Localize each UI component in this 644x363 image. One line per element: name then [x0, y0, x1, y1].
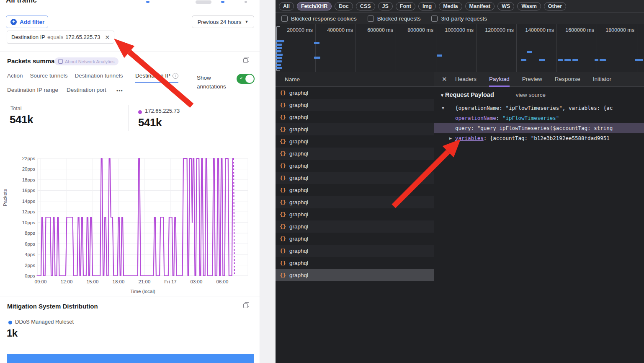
summary-tab-destination-ip[interactable]: Destination IP i [135, 73, 178, 83]
summary-tab[interactable]: Destination tunnels [75, 73, 123, 82]
remove-filter-icon[interactable]: ✕ [105, 34, 110, 41]
detail-tab[interactable]: Response [555, 72, 580, 87]
show-annotations-toggle[interactable]: ✓ [237, 74, 255, 84]
summary-tab[interactable]: Source tunnels [30, 73, 68, 82]
detail-tab[interactable]: Preview [522, 72, 542, 87]
request-row[interactable]: {} graphql [276, 208, 434, 220]
json-braces-icon: {} [280, 102, 286, 108]
option-checkbox[interactable]: Blocked response cookies [281, 16, 357, 22]
triangle-down-icon[interactable]: ▼ [442, 103, 444, 113]
filter-pill[interactable]: Wasm [517, 2, 541, 10]
filter-value: 172.65.225.73 [65, 34, 100, 40]
request-row[interactable]: {} graphql [276, 160, 434, 172]
close-icon[interactable]: ✕ [442, 75, 447, 83]
packets-line-chart[interactable]: 0pps2pps4pps6pps8pps10pps12pps14pps16pps… [0, 151, 260, 293]
request-name: graphql [289, 175, 308, 181]
request-name: graphql [289, 138, 308, 145]
timeline-request-bar [276, 57, 282, 59]
checkbox-icon[interactable] [368, 16, 374, 22]
payload-row[interactable]: query: "query ipFlowTimeseries($accountT… [434, 123, 644, 133]
option-checkbox[interactable]: 3rd-party requests [431, 16, 487, 22]
timeline-request-bar [314, 42, 319, 44]
request-name: graphql [289, 102, 308, 108]
request-row[interactable]: {} graphql [276, 257, 434, 269]
filter-pill[interactable]: Manifest [465, 2, 495, 10]
request-row[interactable]: {} graphql [276, 172, 434, 184]
chevron-down-icon: ▼ [245, 20, 248, 24]
summary-tab[interactable]: Destination IP range [7, 87, 58, 96]
request-row[interactable]: {} graphql [276, 148, 434, 160]
filter-pill[interactable]: Doc [335, 2, 353, 10]
filter-pill[interactable]: Img [418, 2, 436, 10]
name-column-header[interactable]: Name [276, 72, 434, 87]
timeline-request-bar [276, 40, 284, 42]
request-row[interactable]: {} graphql [276, 87, 434, 99]
filter-chip[interactable]: Destination IP equals 172.65.225.73 ✕ [7, 31, 114, 44]
divider [0, 296, 260, 296]
timeline-gridline [516, 24, 517, 72]
more-tabs-button[interactable]: ••• [116, 88, 123, 97]
about-network-analytics-badge[interactable]: About Network Analytics [54, 57, 118, 65]
filter-pill[interactable]: Fetch/XHR [297, 2, 332, 10]
summary-tab[interactable]: Destination port [67, 87, 106, 96]
timeline-request-bar [521, 59, 526, 61]
divider [128, 105, 129, 131]
detail-tab[interactable]: Headers [455, 72, 477, 87]
checkbox-icon[interactable] [281, 16, 288, 22]
svg-text:6pps: 6pps [25, 241, 35, 246]
view-source-link[interactable]: view source [516, 92, 546, 98]
svg-text:15:00: 15:00 [87, 279, 99, 284]
svg-text:10pps: 10pps [22, 220, 36, 225]
svg-text:18:00: 18:00 [113, 279, 125, 284]
request-row[interactable]: {} graphql [276, 220, 434, 233]
payload-text: : [496, 115, 502, 121]
book-icon [58, 59, 63, 64]
request-row[interactable]: {} graphql [276, 269, 434, 281]
payload-row[interactable]: ▼{operationName: "ipFlowTimeseries", var… [434, 103, 644, 113]
timeline-label: 200000 ms [287, 27, 313, 33]
network-overview-timeline[interactable]: 200000 ms400000 ms600000 ms800000 ms1000… [276, 24, 644, 73]
option-checkbox[interactable]: Blocked requests [368, 16, 421, 22]
filter-pill[interactable]: WS [497, 2, 514, 10]
request-row[interactable]: {} graphql [276, 99, 434, 111]
payload-text: "ipFlowTimeseries" [502, 115, 559, 121]
payload-row[interactable]: ▶variables: {accountTag: "b12e3b2192ee55… [434, 133, 644, 143]
summary-tab[interactable]: Action [7, 73, 23, 82]
request-row[interactable]: {} graphql [276, 111, 434, 123]
svg-text:18pps: 18pps [22, 177, 36, 182]
triangle-right-icon[interactable]: ▶ [449, 133, 452, 143]
timeline-gridline [556, 24, 557, 72]
payload-row[interactable]: operationName: "ipFlowTimeseries" [434, 113, 644, 123]
detail-tab[interactable]: Initiator [593, 72, 611, 87]
filter-pill[interactable]: All [279, 2, 294, 10]
filter-pill[interactable]: JS [378, 2, 393, 10]
popout-icon[interactable] [243, 302, 249, 308]
payload-text: query [455, 125, 471, 131]
timeline-request-bar [276, 50, 281, 52]
request-row[interactable]: {} graphql [276, 245, 434, 257]
page-gutter [260, 0, 276, 363]
json-braces-icon: {} [280, 248, 286, 254]
request-row[interactable]: {} graphql [276, 233, 434, 245]
request-row[interactable]: {} graphql [276, 196, 434, 208]
payload-text: {operationName: "ipFlowTimeseries", vari… [455, 105, 613, 111]
request-row[interactable]: {} graphql [276, 184, 434, 196]
json-braces-icon: {} [280, 187, 286, 193]
request-payload-section[interactable]: ▼Request Payload [440, 91, 494, 98]
timeline-request-bar [635, 59, 643, 61]
popout-icon[interactable] [243, 57, 249, 63]
time-range-dropdown[interactable]: Previous 24 hours ▼ [192, 16, 254, 28]
mitigation-bar [7, 354, 254, 363]
detail-tab[interactable]: Payload [489, 72, 510, 87]
filter-pill[interactable]: CSS [356, 2, 375, 10]
request-row[interactable]: {} graphql [276, 123, 434, 135]
request-row[interactable]: {} graphql [276, 135, 434, 148]
filter-pill[interactable]: Other [544, 2, 566, 10]
network-filter-bar: AllFetch/XHRDocCSSJSFontImgMediaManifest… [276, 0, 644, 13]
checkbox-icon[interactable] [431, 16, 438, 22]
filter-pill[interactable]: Media [439, 2, 462, 10]
filter-pill[interactable]: Font [396, 2, 415, 10]
timeline-gridline [315, 24, 316, 72]
add-filter-button[interactable]: + Add filter [6, 16, 48, 28]
timeline-gridline [436, 24, 436, 72]
